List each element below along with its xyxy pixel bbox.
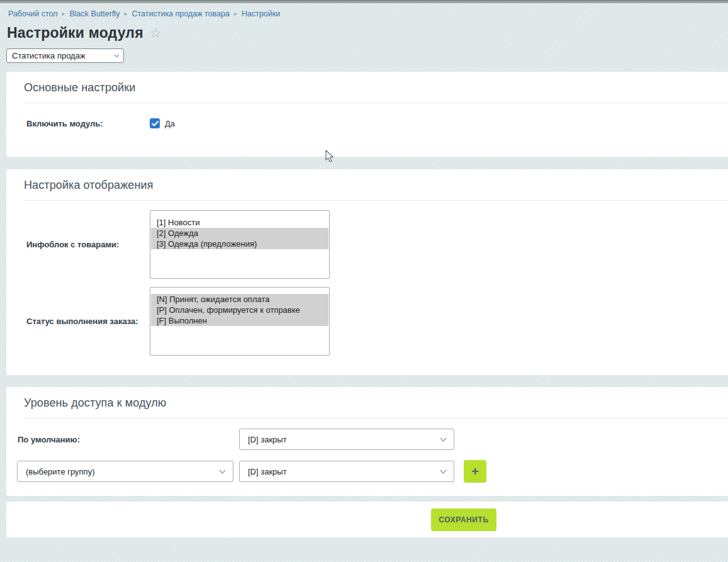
chevron-down-icon xyxy=(220,467,226,473)
breadcrumb-separator-icon: ▸ xyxy=(124,10,127,18)
default-access-select[interactable]: [D] закрыт xyxy=(239,429,454,450)
section-display-settings: Настройка отображения Инфоблок с товарам… xyxy=(6,169,728,375)
listbox-option[interactable]: [2] Одежда xyxy=(151,228,328,239)
section-access-title: Уровень доступа к модулю xyxy=(24,396,728,410)
section-access-level: Уровень доступа к модулю По умолчанию: [… xyxy=(6,387,728,496)
section-general-title: Основные настройки xyxy=(24,81,728,94)
section-access-head: Уровень доступа к модулю xyxy=(6,387,728,419)
breadcrumb-link[interactable]: Black Butterfly xyxy=(70,9,120,18)
iblock-listbox[interactable]: [1] Новости[2] Одежда[3] Одежда (предлож… xyxy=(150,210,330,279)
order-status-row: Статус выполнения заказа: [N] Принят, ож… xyxy=(6,287,728,356)
breadcrumb-separator-icon: ▸ xyxy=(234,10,237,18)
breadcrumb: Рабочий стол▸Black Butterfly▸Статистика … xyxy=(8,9,728,18)
chevron-down-icon xyxy=(115,52,119,57)
module-settings-page: { "breadcrumb": { "separator": "▸", "ite… xyxy=(0,0,728,562)
group-select[interactable]: (выберите группу) xyxy=(17,461,233,482)
group-access-value: [D] закрыт xyxy=(248,467,441,476)
default-access-row: По умолчанию: [D] закрыт xyxy=(6,429,728,450)
module-select[interactable]: Статистика продаж xyxy=(6,48,124,63)
group-access-row: (выберите группу) [D] закрыт + xyxy=(6,460,728,483)
checkmark-icon xyxy=(152,121,159,126)
default-access-value: [D] закрыт xyxy=(248,435,441,444)
listbox-option[interactable]: [N] Принят, ожидается оплата xyxy=(151,294,328,305)
listbox-option[interactable]: [P] Оплачен, формируется к отправке xyxy=(151,305,328,315)
order-status-label: Статус выполнения заказа: xyxy=(26,317,150,326)
section-display-head: Настройка отображения xyxy=(6,169,728,201)
breadcrumb-separator-icon: ▸ xyxy=(62,10,65,18)
add-access-row-button[interactable]: + xyxy=(464,460,486,483)
order-status-listbox[interactable]: [N] Принят, ожидается оплата[P] Оплачен,… xyxy=(150,287,330,356)
chevron-down-icon xyxy=(440,467,447,473)
module-select-value: Статистика продаж xyxy=(12,51,115,60)
section-general-head: Основные настройки xyxy=(6,72,728,103)
favorite-star-icon[interactable]: ☆ xyxy=(150,26,162,40)
group-select-value: (выберите группу) xyxy=(26,467,220,476)
enable-module-checkbox[interactable] xyxy=(150,118,160,128)
group-access-select[interactable]: [D] закрыт xyxy=(239,461,454,482)
listbox-option[interactable]: [F] Выполнен xyxy=(151,315,328,326)
listbox-option[interactable]: [3] Одежда (предложения) xyxy=(151,239,328,249)
page-header: Настройки модуля ☆ xyxy=(7,25,728,42)
enable-module-value-label: Да xyxy=(165,119,175,128)
breadcrumb-link[interactable]: Рабочий стол xyxy=(8,9,57,18)
default-access-label: По умолчанию: xyxy=(18,435,239,444)
iblock-row: Инфоблок с товарами: [1] Новости[2] Одеж… xyxy=(6,210,728,279)
enable-module-row: Включить модуль: Да xyxy=(6,118,728,128)
chevron-down-icon xyxy=(440,435,447,441)
breadcrumb-link[interactable]: Настройки xyxy=(242,9,280,18)
save-bar: СОХРАНИТЬ xyxy=(6,502,728,537)
save-button[interactable]: СОХРАНИТЬ xyxy=(431,509,496,531)
top-window-bar xyxy=(0,0,728,3)
section-general-settings: Основные настройки Включить модуль: Да xyxy=(6,72,728,157)
iblock-label: Инфоблок с товарами: xyxy=(26,240,150,249)
enable-module-label: Включить модуль: xyxy=(26,119,150,128)
page-title: Настройки модуля xyxy=(7,25,143,42)
section-display-title: Настройка отображения xyxy=(24,179,728,192)
breadcrumb-link[interactable]: Статистика продаж товара xyxy=(132,9,230,18)
listbox-option[interactable]: [1] Новости xyxy=(151,217,328,228)
